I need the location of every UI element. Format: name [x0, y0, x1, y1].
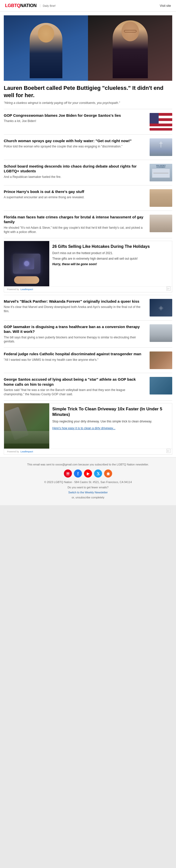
news-headline-6[interactable]: Marvel's "Black Panther: Wakanda Forever… — [4, 299, 147, 304]
news-thumbnail-3: SOUL DISTRICTGOVERNMENT — [150, 164, 172, 181]
social-facebook-icon[interactable]: f — [74, 469, 82, 477]
news-thumbnail-2 — [150, 138, 172, 156]
ad-para1-1: Don't miss out on the hottest product of… — [52, 251, 169, 255]
news-headline-3[interactable]: School board meeting descends into chaos… — [4, 164, 147, 174]
powered-by-2: Powered by — [7, 451, 19, 453]
news-thumbnail-8 — [150, 351, 172, 369]
news-thumbnail-1 — [150, 113, 172, 131]
social-rss-icon[interactable]: ◉ — [104, 469, 112, 477]
main-subtitle: "Hiring a clueless wingnut is certainly … — [4, 101, 172, 105]
news-headline-9[interactable]: George Santos accused of lying about bei… — [4, 377, 147, 387]
ad-headline-1[interactable]: 26 Gifts Selling Like Hotcakes During Th… — [52, 244, 169, 249]
email-header: LGBTQNATION Daily Brief Visit site — [0, 0, 176, 11]
logo: LGBTQNATION — [5, 3, 36, 8]
header-left: LGBTQNATION Daily Brief — [5, 3, 55, 8]
unsubscribe-text: or, unsubscribe completely — [72, 496, 104, 499]
news-thumbnail-6: ◈ — [150, 299, 172, 316]
ad-text-1: 26 Gifts Selling Like Hotcakes During Th… — [49, 241, 172, 286]
news-item-5-text: Florida man faces hate crimes charges fo… — [4, 215, 147, 234]
news-item-3: School board meeting descends into chaos… — [0, 160, 176, 185]
ad-para1-2: Stop neglecting your dirty driveway. Use… — [52, 420, 169, 424]
footer-copyright-text: © 2023 LGBTQ Nation · 584 Castro St. #52… — [44, 480, 132, 484]
ad-para2-1: These gifts are in extremely high demand… — [52, 257, 169, 261]
switch-newsletter-link[interactable]: Switch to the Weekly Newsletter — [68, 491, 108, 494]
news-snippet-2: Police told the woman who sprayed the co… — [4, 145, 147, 149]
ad-hurry[interactable]: Hurry, these will be gone soon! — [52, 262, 169, 267]
news-item-9: George Santos accused of lying about bei… — [0, 373, 176, 400]
news-thumbnail-5 — [150, 215, 172, 232]
news-headline-7[interactable]: GOP lawmaker is disguising a trans healt… — [4, 324, 147, 334]
news-snippet-3: And a Republican lawmaker fueled the fir… — [4, 175, 147, 179]
news-item-9-text: George Santos accused of lying about bei… — [4, 377, 147, 397]
main-article: Lauren Boebert called Pete Buttigieg "cl… — [0, 85, 176, 109]
divider-11 — [4, 400, 172, 401]
footer-copyright: © 2023 LGBTQ Nation · 584 Castro St. #52… — [5, 480, 171, 484]
news-item-3-text: School board meeting descends into chaos… — [4, 164, 147, 179]
ad-text-2: Simple Trick To Clean Driveway 10x Faste… — [49, 403, 172, 448]
news-item-2-text: Church woman sprays gay couple with holy… — [4, 138, 147, 149]
social-email-icon[interactable]: ✉ — [64, 469, 72, 477]
social-twitter-icon[interactable]: 𝕏 — [94, 469, 102, 477]
social-youtube-icon[interactable]: ▶ — [84, 469, 92, 477]
news-snippet-8: "All I wanted was for UMMS to treat my h… — [4, 358, 147, 362]
news-item-1: GOP Congresswoman blames Joe Biden for G… — [0, 109, 176, 134]
ad-content-2: Simple Trick To Clean Driveway 10x Faste… — [4, 403, 172, 448]
hero-left-person — [4, 16, 88, 81]
social-icons-row: ✉ f ▶ 𝕏 ◉ — [5, 469, 171, 477]
ad-product-image — [13, 254, 40, 274]
news-thumbnail-4 — [150, 189, 172, 207]
news-headline-8[interactable]: Federal judge rules Catholic hospital di… — [4, 351, 147, 356]
ad-badge-2: ▷ — [167, 449, 171, 453]
footer-links: Do you want to get fewer emails? Switch … — [5, 485, 171, 500]
news-item-6: Marvel's "Black Panther: Wakanda Forever… — [0, 295, 176, 320]
news-snippet-6: Now it's clear that Marvel and Disney do… — [4, 305, 147, 313]
ad-image-2 — [4, 403, 49, 448]
visit-site-link[interactable]: Visit site — [160, 4, 171, 7]
news-snippet-7: The bill says that giving a teen puberty… — [4, 335, 147, 344]
ad-image-1 — [4, 241, 49, 286]
news-snippet-4: A supermarket encounter and an ermine th… — [4, 195, 147, 199]
main-headline[interactable]: Lauren Boebert called Pete Buttigieg "cl… — [4, 85, 172, 99]
news-headline-4[interactable]: Prince Harry's book is out & there's gay… — [4, 189, 147, 194]
news-item-7-text: GOP lawmaker is disguising a trans healt… — [4, 324, 147, 344]
footer-email-notice: This email was sent to xxxxx@gmail.com b… — [5, 462, 171, 467]
leadimpact-logo-2: LeadImpact — [21, 451, 33, 453]
hero-image — [4, 16, 172, 81]
divider-6 — [4, 238, 172, 238]
powered-by-1: Powered by — [7, 288, 19, 290]
news-item-5: Florida man faces hate crimes charges fo… — [0, 211, 176, 238]
email-footer: This email was sent to xxxxx@gmail.com b… — [0, 457, 176, 505]
news-item-4: Prince Harry's book is out & there's gay… — [0, 185, 176, 211]
news-snippet-1: Thanks a lot, Joe Biden! — [4, 119, 147, 123]
news-thumbnail-9 — [150, 377, 172, 395]
news-headline-5[interactable]: Florida man faces hate crimes charges fo… — [4, 215, 147, 224]
news-snippet-9: Santos said "that he was a star on the B… — [4, 388, 147, 397]
leadimpact-logo-1: LeadImpact — [21, 288, 33, 290]
ad-footer-1: Powered by LeadImpact — [4, 286, 172, 292]
news-snippet-5: He shouted "It's not Adam & Steve," told… — [4, 226, 147, 234]
news-headline-2[interactable]: Church woman sprays gay couple with holy… — [4, 138, 147, 144]
daily-brief-label: Daily Brief — [40, 4, 55, 7]
ad-block-2: Simple Trick To Clean Driveway 10x Faste… — [4, 403, 172, 455]
news-item-1-text: GOP Congresswoman blames Joe Biden for G… — [4, 113, 147, 123]
hero-right-person — [88, 16, 172, 81]
news-item-6-text: Marvel's "Black Panther: Wakanda Forever… — [4, 299, 147, 313]
ad-content-1: 26 Gifts Selling Like Hotcakes During Th… — [4, 241, 172, 286]
news-item-7: GOP lawmaker is disguising a trans healt… — [0, 320, 176, 348]
ad-block-1: 26 Gifts Selling Like Hotcakes During Th… — [4, 241, 172, 292]
ad-headline-2[interactable]: Simple Trick To Clean Driveway 10x Faste… — [52, 406, 169, 417]
news-headline-1[interactable]: GOP Congresswoman blames Joe Biden for G… — [4, 113, 147, 118]
news-thumbnail-7 — [150, 324, 172, 342]
ad-badge-1: ▷ — [167, 286, 171, 290]
fewer-emails-text: Do you want to get fewer emails? — [5, 485, 171, 490]
news-item-8-text: Federal judge rules Catholic hospital di… — [4, 351, 147, 362]
news-item-4-text: Prince Harry's book is out & there's gay… — [4, 189, 147, 199]
news-item-8: Federal judge rules Catholic hospital di… — [0, 348, 176, 373]
hero-container — [0, 11, 176, 85]
news-item-2: Church woman sprays gay couple with holy… — [0, 134, 176, 160]
ad-link-2[interactable]: Here's how easy it is to clean a dirty d… — [52, 427, 115, 430]
ad-footer-2: Powered by LeadImpact — [4, 448, 172, 454]
